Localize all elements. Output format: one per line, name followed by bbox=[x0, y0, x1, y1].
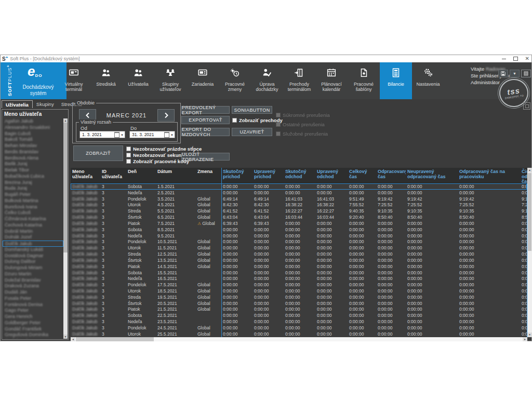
nav-bilancie[interactable]: Bilancie bbox=[380, 62, 412, 99]
user-list-item[interactable]: Burešová Ivana bbox=[3, 204, 63, 210]
nav-zariadenia[interactable]: Zariadenia bbox=[187, 62, 219, 99]
user-list-item[interactable]: Čelko Ľuboš bbox=[3, 210, 63, 216]
user-list-item[interactable]: Bugáň Peter bbox=[3, 192, 63, 198]
user-list-item[interactable]: Berdis Branislav bbox=[3, 149, 63, 155]
user-list-item[interactable]: Gago Peter bbox=[3, 308, 63, 314]
user-list-item[interactable]: Brezina Juraj bbox=[3, 180, 63, 186]
nav-skupiny-uzivatelov[interactable]: Skupiny užívateľov bbox=[154, 62, 187, 99]
nav-uprava-dochadzky[interactable]: Úprava dochádzky bbox=[251, 62, 283, 99]
table-row[interactable]: Dolčík Jakub3Utorok18.5.2021Global0:00:0… bbox=[71, 288, 527, 294]
close-button[interactable]: ✕ bbox=[525, 56, 529, 61]
zobrazit-prechody-checkbox[interactable]: Zobraziť prechody bbox=[232, 117, 283, 123]
save-icon[interactable] bbox=[498, 70, 508, 77]
table-row[interactable]: Dolčík Jakub3Sobota1.5.20210:00:000:00:0… bbox=[71, 183, 527, 190]
column-header[interactable]: Upravený odchod bbox=[315, 168, 348, 183]
column-header[interactable]: Deň bbox=[126, 168, 156, 183]
scroll-left-icon[interactable]: ◄ bbox=[71, 337, 75, 341]
scroll-up-icon[interactable]: ▲ bbox=[527, 168, 532, 172]
table-horizontal-scrollbar[interactable]: ◄ ► bbox=[71, 337, 527, 341]
date-to-input[interactable]: 31. 3. 2021 ▼ bbox=[129, 131, 175, 138]
nezobrazovat-sekundy-checkbox[interactable]: Nezobrazovať sekundy bbox=[126, 152, 187, 158]
next-month-button[interactable] bbox=[157, 109, 175, 122]
table-row[interactable]: Dolčík Jakub3Nedeľa16.5.20210:00:000:00:… bbox=[71, 275, 527, 282]
table-row[interactable]: Dolčík Jakub3Utorok25.5.2021Global0:00:0… bbox=[71, 331, 527, 337]
scroll-down-icon[interactable]: ▼ bbox=[63, 335, 68, 339]
column-header[interactable]: Neupravený odpracovaný čas bbox=[406, 168, 458, 183]
checkbox-icon[interactable] bbox=[126, 147, 131, 151]
export-do-mzdovych-button[interactable]: EXPORT DO MZDOVÝCH bbox=[181, 128, 230, 136]
user-list-item[interactable]: Alessandro Scualdoni bbox=[3, 125, 63, 131]
date-from-input[interactable]: 1. 3. 2021 ▼ bbox=[79, 131, 125, 138]
table-row[interactable]: Dolčík Jakub3Pondelok24.5.2021Global0:00… bbox=[71, 325, 527, 331]
table-row[interactable]: Dolčík Jakub3Streda5.5.2021Global6:41:52… bbox=[71, 208, 527, 214]
table-row[interactable]: Dolčík Jakub3Štvrtok6.5.2021Global6:43:0… bbox=[71, 214, 527, 220]
nav-planovaci-kalendar[interactable]: Plánovací kalendár bbox=[315, 62, 348, 99]
table-row[interactable]: Dolčík Jakub3Utorok4.5.2021Global8:42:30… bbox=[71, 202, 527, 208]
dropdown-arrow-icon[interactable]: ▼ bbox=[510, 70, 520, 77]
user-list-scrollbar[interactable]: ▲ ▼ bbox=[63, 118, 68, 339]
table-row[interactable]: Dolčík Jakub3Sobota8.5.20210:00:000:00:0… bbox=[71, 227, 527, 233]
user-list-item[interactable]: Bielik Juraj bbox=[3, 161, 63, 167]
table-row[interactable]: Dolčík Jakub3Piatok21.5.2021Global0:00:0… bbox=[71, 307, 527, 313]
checkbox-icon[interactable] bbox=[126, 153, 131, 157]
exportovat-button[interactable]: EXPORTOVAŤ bbox=[181, 116, 230, 124]
table-row[interactable]: Dolčík Jakub3Nedeľa2.5.20210:00:000:00:0… bbox=[71, 190, 527, 196]
user-list-item[interactable]: Gera Henrich bbox=[3, 314, 63, 320]
user-list-item[interactable]: Agafon Jakub bbox=[3, 118, 63, 125]
column-header[interactable]: Meno užívateľa bbox=[71, 168, 100, 183]
user-list-item[interactable]: Dobrál Martin bbox=[3, 229, 63, 235]
user-list-item[interactable]: Bakoš Tomáš bbox=[3, 137, 63, 143]
user-list-item[interactable]: Draková Zuzana bbox=[3, 283, 63, 289]
column-header[interactable]: Skutočný príchod bbox=[221, 168, 252, 183]
table-row[interactable]: Dolčík Jakub3Pondelok10.5.2021Global0:00… bbox=[71, 238, 527, 245]
user-list-item[interactable]: Bobačíková Ľubica bbox=[3, 174, 63, 180]
user-list-item[interactable]: Gregušová Dominika bbox=[3, 332, 63, 338]
user-list-item[interactable]: Berdisová Alena bbox=[3, 155, 63, 162]
nav-virtualny-terminal[interactable]: Virtuálny terminál bbox=[58, 62, 90, 99]
table-row[interactable]: Dolčík Jakub3Utorok11.5.2021Global0:00:0… bbox=[71, 245, 527, 251]
nezobrazovat-prazdne-stlpce-checkbox[interactable]: Nezobrazovať prázdne stĺpce bbox=[126, 146, 202, 152]
tab-uzivatelia[interactable]: Užívatelia bbox=[2, 100, 33, 108]
table-row[interactable]: Dolčík Jakub3Sobota22.5.20210:00:000:00:… bbox=[71, 312, 527, 318]
column-header[interactable]: ID užívateľa bbox=[100, 168, 126, 183]
user-list-item[interactable]: Buda Juraj bbox=[3, 185, 63, 192]
user-list-item[interactable]: Dzuro Martin bbox=[3, 271, 63, 277]
user-list-item[interactable]: Fontánová Denisa bbox=[3, 302, 63, 308]
sluzobne-prerusenia-checkbox[interactable]: Služobné prerušenia bbox=[276, 131, 328, 137]
column-header[interactable]: Zmena bbox=[196, 168, 221, 183]
ulozit-zobrazenie-button[interactable]: ULOŽIŤ ZOBRAZENIE bbox=[181, 153, 230, 161]
column-header[interactable]: Čistý odpracovaný čas bbox=[520, 168, 527, 183]
table-row[interactable]: Dolčík Jakub3Streda12.5.2021Global0:00:0… bbox=[71, 251, 527, 257]
table-row[interactable]: Dolčík Jakub3Pondelok3.5.2021Global6:49:… bbox=[71, 196, 527, 202]
user-list-item[interactable]: Behan Miroslav bbox=[3, 143, 63, 149]
uzavriet-button[interactable]: UZAVRIEŤ bbox=[232, 128, 272, 136]
table-row[interactable]: Dolčík Jakub3Nedeľa23.5.20210:00:000:00:… bbox=[71, 318, 527, 325]
user-list-item[interactable]: Dudáš Ján bbox=[3, 289, 63, 296]
user-list-item[interactable]: Bulková Martina bbox=[3, 198, 63, 204]
checkbox-icon[interactable] bbox=[126, 159, 131, 164]
table-vertical-scrollbar[interactable]: ▲ ▼ bbox=[527, 168, 532, 337]
column-header[interactable]: Odpracovaný čas na pracovisku bbox=[458, 168, 520, 183]
user-list-item[interactable]: Dulongová Miriam bbox=[3, 265, 63, 271]
minimize-button[interactable] bbox=[502, 59, 506, 59]
column-header[interactable]: Skutočný odchod bbox=[284, 168, 315, 183]
zobrazit-pracovne-kody-checkbox[interactable]: Zobraziť pracovné kódy bbox=[126, 158, 189, 164]
date-dropdown-icon[interactable]: ▼ bbox=[170, 134, 174, 137]
user-list-item[interactable]: Bielak Tibor bbox=[3, 167, 63, 174]
column-header[interactable]: Odpracovaný čas bbox=[376, 168, 406, 183]
table-row[interactable]: Dolčík Jakub3Piatok14.5.2021Global0:00:0… bbox=[71, 263, 527, 270]
column-header[interactable]: Dátum bbox=[156, 168, 196, 183]
nav-nastavenia[interactable]: Nastavenia bbox=[412, 62, 444, 99]
table-row[interactable]: Dolčík Jakub3Štvrtok20.5.2021Global0:00:… bbox=[71, 300, 527, 307]
nav-prechody-terminalom[interactable]: Prechody terminálom bbox=[283, 62, 315, 99]
ostatne-prerusenia-checkbox[interactable]: Ostatné prerušenia bbox=[276, 122, 325, 127]
user-list-item[interactable]: Dolnák Jozef bbox=[3, 234, 63, 241]
user-list-item[interactable]: Domňanský Lukáš bbox=[3, 247, 63, 253]
nav-pracovne-sablony[interactable]: Pracovné šablóny bbox=[348, 62, 380, 99]
user-list-item[interactable]: Bagin Ľuboš bbox=[3, 131, 63, 137]
user-list-item[interactable]: Gondáč František bbox=[3, 326, 63, 332]
user-list-item[interactable]: Grell Pavel bbox=[3, 338, 63, 339]
user-list-item[interactable]: Dulong Dalibor bbox=[3, 259, 63, 265]
user-list-item[interactable]: Dolčík Jakub bbox=[3, 241, 63, 247]
zobrazit-button[interactable]: ZOBRAZIŤ bbox=[73, 145, 123, 161]
